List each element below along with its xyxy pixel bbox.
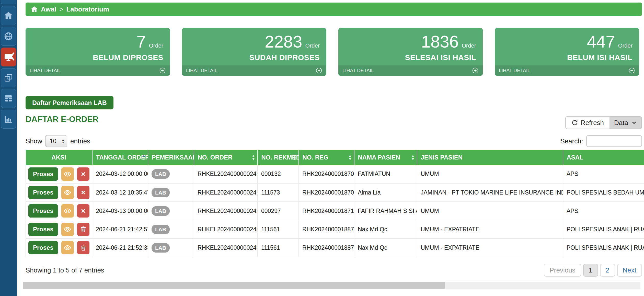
- card-value: 2283: [265, 33, 302, 50]
- search-control: Search:: [560, 135, 642, 147]
- page-button-2[interactable]: 2: [600, 264, 615, 277]
- proses-button[interactable]: Proses: [28, 167, 58, 181]
- cell-jenis-pasien: UMUM: [417, 165, 563, 183]
- sidebar-item-laboratorium[interactable]: [1, 48, 16, 66]
- cell-nama-pasien: Nax Md Qc: [354, 220, 417, 238]
- screen: Awal > Laboratorium 7 Order BELUM DIPROS…: [0, 0, 644, 296]
- table-row: Proses × 2024-03-12 00:00:00 LAB RHKEL20…: [26, 165, 644, 183]
- page-button-previous[interactable]: Previous: [544, 264, 581, 277]
- view-button[interactable]: [61, 241, 74, 254]
- breadcrumb-separator: >: [59, 5, 63, 13]
- cell-asal: POLI SPESIALIS BEDAH UMUM: [563, 183, 644, 202]
- card-detail-link[interactable]: LIHAT DETAIL: [182, 65, 326, 76]
- cancel-button[interactable]: ×: [77, 167, 89, 181]
- table-grid-icon: [4, 94, 13, 103]
- proses-button[interactable]: Proses: [28, 241, 58, 254]
- card-detail-link[interactable]: LIHAT DETAIL: [26, 65, 170, 76]
- sidebar-item-chart[interactable]: [1, 110, 16, 129]
- copy-icon: [4, 73, 13, 82]
- home-icon: [4, 11, 13, 20]
- x-icon: ×: [81, 189, 86, 196]
- lab-badge: LAB: [152, 169, 170, 179]
- cell-no-rekmed: 111573: [258, 183, 299, 202]
- sort-icon: ▲▼: [348, 154, 352, 161]
- breadcrumb: Awal > Laboratorium: [26, 3, 642, 16]
- page-button-1[interactable]: 1: [583, 264, 598, 277]
- card-unit: Order: [618, 42, 632, 49]
- home-icon: [31, 6, 38, 13]
- entries-label: entries: [70, 137, 90, 145]
- card-label: SELESAI ISI HASIL: [405, 53, 476, 62]
- column-header-no-rekmed[interactable]: NO. REKMED▲▼: [258, 150, 299, 165]
- view-button[interactable]: [61, 204, 74, 218]
- sidebar-item-partial[interactable]: [1, 0, 16, 4]
- cell-no-order: RHKEL20240000002419: [194, 165, 258, 183]
- column-header-no-reg[interactable]: NO. REG▲▼: [299, 150, 354, 165]
- refresh-button[interactable]: Refresh: [565, 116, 610, 129]
- cancel-button[interactable]: ×: [77, 204, 89, 218]
- eye-icon: [64, 170, 71, 178]
- proses-button[interactable]: Proses: [28, 223, 58, 236]
- card-unit: Order: [462, 42, 476, 49]
- cell-jenis-pasien: UMUM - EXPATRIATE: [417, 220, 563, 238]
- column-header-no-order[interactable]: NO. ORDER▲▼: [194, 150, 258, 165]
- data-dropdown-button[interactable]: Data: [610, 116, 642, 129]
- cell-no-reg: RHK2024000018877: [299, 220, 354, 238]
- cell-nama-pasien: Nax Md Qc: [354, 238, 417, 257]
- lab-badge: LAB: [152, 188, 170, 197]
- stat-cards-row: 7 Order BELUM DIPROSES LIHAT DETAIL 2283…: [26, 28, 642, 76]
- stat-card-belum-isi-hasil: 447 Order BELUM ISI HASIL LIHAT DETAIL: [495, 28, 639, 76]
- eye-icon: [64, 207, 71, 215]
- sidebar-item-table[interactable]: [1, 89, 16, 108]
- cancel-button[interactable]: ×: [77, 186, 89, 199]
- refresh-row: Refresh Data: [26, 116, 642, 129]
- refresh-button-group: Refresh Data: [565, 116, 642, 129]
- card-label: BELUM ISI HASIL: [567, 53, 632, 62]
- column-header-nama-pasien[interactable]: NAMA PASIEN▲▼: [354, 150, 417, 165]
- cell-no-reg: RHK2024000018704: [299, 165, 354, 183]
- cell-tanggal-order: 2024-03-12 10:35:47: [92, 183, 148, 202]
- page-size-select[interactable]: 10 ▲▼: [45, 135, 67, 147]
- page-button-next[interactable]: Next: [617, 264, 642, 277]
- column-header-tanggal-order[interactable]: TANGGAL ORDER▲▼: [92, 150, 148, 165]
- cell-no-rekmed: 000297: [258, 202, 299, 220]
- view-button[interactable]: [61, 167, 74, 181]
- cell-tanggal-order: 2024-03-13 00:00:00: [92, 202, 148, 220]
- eye-icon: [64, 244, 71, 252]
- stat-card-belum-diproses: 7 Order BELUM DIPROSES LIHAT DETAIL: [26, 28, 170, 76]
- view-button[interactable]: [61, 223, 74, 236]
- sidebar-item-home[interactable]: [1, 6, 16, 25]
- proses-button[interactable]: Proses: [28, 186, 58, 199]
- eye-icon: [64, 225, 71, 233]
- arrow-circle-icon: [628, 67, 635, 74]
- sidebar-item-copy[interactable]: [1, 68, 16, 87]
- cell-asal: APS: [563, 165, 644, 183]
- breadcrumb-current: Laboratorium: [66, 5, 109, 13]
- daftar-pemeriksaan-lab-button[interactable]: Daftar Pemeriksaan LAB: [26, 96, 113, 109]
- lab-badge: LAB: [152, 243, 170, 253]
- globe-icon: [4, 32, 13, 41]
- view-button[interactable]: [61, 186, 74, 199]
- card-label: BELUM DIPROSES: [93, 53, 163, 62]
- table-row: Proses × 2024-03-12 10:35:47 LAB RHKEL20…: [26, 183, 644, 202]
- search-input[interactable]: [586, 135, 642, 147]
- proses-button[interactable]: Proses: [28, 204, 58, 218]
- cell-nama-pasien: FAFIR RAHMAH S SI APT: [354, 202, 417, 220]
- x-icon: ×: [81, 207, 86, 215]
- cell-jenis-pasien: JAMINAN - PT TOKIO MARINE LIFE INSURANCE…: [417, 183, 563, 202]
- horizontal-scrollbar[interactable]: [23, 282, 640, 289]
- delete-button[interactable]: [77, 241, 89, 254]
- cell-no-reg: RHK2024000018711: [299, 202, 354, 220]
- refresh-icon: [571, 119, 578, 126]
- card-detail-link[interactable]: LIHAT DETAIL: [495, 65, 639, 76]
- trash-icon: [79, 225, 87, 233]
- breadcrumb-home-link[interactable]: Awal: [41, 5, 56, 13]
- sort-icon: ▲▼: [252, 154, 255, 161]
- show-label: Show: [26, 137, 42, 145]
- sidebar-item-globe[interactable]: [1, 27, 16, 46]
- card-detail-link[interactable]: LIHAT DETAIL: [338, 65, 483, 76]
- cell-no-reg: RHK2024000018701: [299, 183, 354, 202]
- delete-button[interactable]: [77, 223, 89, 236]
- scrollbar-thumb[interactable]: [23, 282, 445, 289]
- cell-nama-pasien: Alma Lia: [354, 183, 417, 202]
